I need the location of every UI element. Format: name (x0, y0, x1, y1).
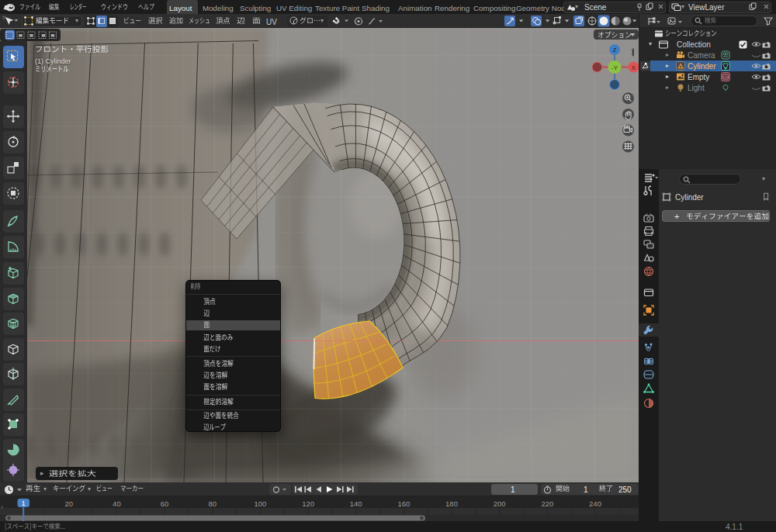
svg-text:X: X (632, 64, 636, 71)
svg-text:1: 1 (22, 499, 26, 507)
svg-text:Z: Z (613, 47, 617, 54)
svg-text:-Y: -Y (611, 64, 618, 71)
